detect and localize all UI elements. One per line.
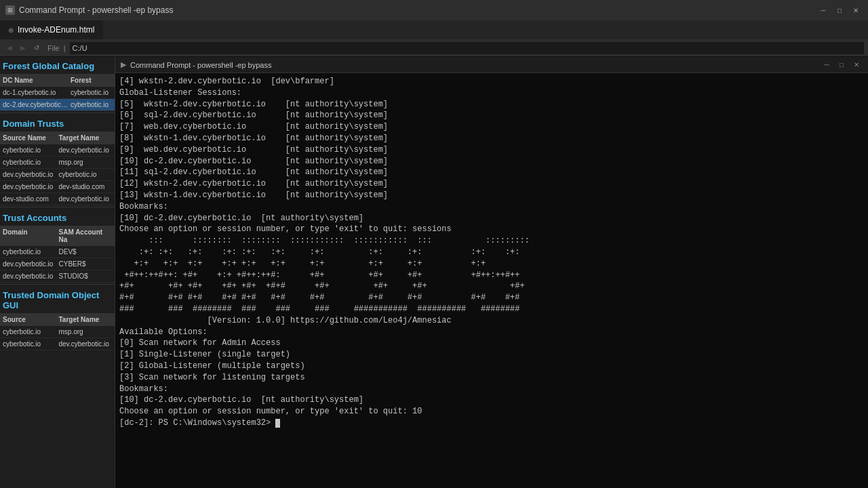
file-label: File — [47, 44, 60, 52]
terminal-line: Bookmarks: — [119, 201, 864, 213]
fgc-header: DC Name Forest — [0, 74, 115, 87]
fgc-dc-name: dc-1.cyberbotic.io — [1, 88, 69, 97]
forward-button[interactable]: ▶ — [18, 43, 28, 54]
terminal-line: ::: :::::::: :::::::: ::::::::::: ::::::… — [119, 235, 864, 247]
address-input[interactable] — [70, 42, 864, 54]
terminal-line: Bookmarks: — [119, 384, 864, 395]
dt-header-target: Target Name — [58, 134, 114, 142]
ta-sam: CYBER$ — [58, 260, 114, 268]
terminal-line: Global-Listener Sessions: — [119, 87, 864, 99]
tab-label: Invoke-ADEnum.html — [18, 25, 94, 35]
terminal-content[interactable]: [4] wkstn-2.dev.cyberbotic.io [dev\bfarm… — [115, 73, 868, 488]
fgc-header-forest: Forest — [69, 76, 113, 85]
terminal-line: [11] sql-2.dev.cyberbotic.io [nt authori… — [119, 167, 864, 178]
right-panel: ▶ Command Prompt - powershell -ep bypass… — [115, 57, 868, 488]
terminal-title-text: Command Prompt - powershell -ep bypass — [130, 61, 271, 69]
title-bar-title: Command Prompt - powershell -ep bypass — [19, 5, 173, 15]
dt-header: Source Name Target Name — [0, 131, 115, 144]
terminal-line: :+: :+: :+: :+: :+: :+: :+: :+: :+: :+: … — [119, 247, 864, 258]
terminal-line: [10] dc-2.dev.cyberbotic.io [nt authorit… — [119, 213, 864, 224]
table-row[interactable]: cyberbotic.io dev.cyberbotic.io — [0, 144, 115, 157]
terminal-line: +#++:++#++: +#+ +:+ +#++:++#: +#+ +#+ +#… — [119, 270, 864, 281]
terminal-line: [3] Scan network for listening targets — [119, 372, 864, 384]
terminal-line: [Version: 1.0.0] https://github.com/Leo4… — [119, 315, 864, 327]
terminal-close[interactable]: ✕ — [850, 60, 863, 70]
table-row[interactable]: cyberbotic.io DEV$ — [0, 246, 115, 258]
table-row[interactable]: dev.cyberbotic.io cyberbotic.io — [0, 169, 115, 181]
terminal-line: [13] wkstn-1.dev.cyberbotic.io [nt autho… — [119, 190, 864, 201]
table-row[interactable]: dev.cyberbotic.io STUDIO$ — [0, 270, 115, 283]
tdo-header-target: Target Name — [58, 315, 114, 324]
terminal-line: [6] sql-2.dev.cyberbotic.io [nt authorit… — [119, 110, 864, 121]
terminal-line: [0] Scan network for Admin Access — [119, 338, 864, 349]
ta-domain: dev.cyberbotic.io — [1, 272, 58, 281]
terminal-line: #+# #+# #+# #+# #+# #+# #+# #+# #+# #+# … — [119, 292, 864, 304]
minimize-button[interactable]: ─ — [816, 5, 830, 16]
dt-target: dev-studio.com — [58, 182, 114, 191]
ta-sam: STUDIO$ — [58, 272, 114, 281]
ta-domain: cyberbotic.io — [1, 247, 58, 256]
table-row[interactable]: cyberbotic.io msp.org — [0, 157, 115, 169]
left-panel: Forest Global Catalog DC Name Forest dc-… — [0, 57, 115, 488]
table-row[interactable]: dev.cyberbotic.io CYBER$ — [0, 258, 115, 270]
tab-invoke-adenum[interactable]: ⊕ Invoke-ADEnum.html — [0, 20, 103, 39]
terminal-line: [1] Single-Listener (single target) — [119, 349, 864, 361]
terminal-maximize[interactable]: □ — [835, 60, 848, 70]
dt-target: cyberbotic.io — [58, 170, 114, 179]
dt-target: dev.cyberbotic.io — [58, 195, 114, 203]
ta-header-sam: SAM Account Na — [58, 228, 114, 244]
terminal-line: Choose an option or session number, or t… — [119, 224, 864, 235]
table-row[interactable]: cyberbotic.io msp.org — [0, 326, 115, 338]
tab-icon: ⊕ — [8, 26, 14, 34]
ta-sam: DEV$ — [58, 247, 114, 256]
terminal-line: [5] wkstn-2.dev.cyberbotic.io [nt author… — [119, 99, 864, 110]
terminal-line: [9] web.dev.cyberbotic.io [nt authority\… — [119, 144, 864, 156]
table-row[interactable]: dev-studio.com dev.cyberbotic.io — [0, 193, 115, 205]
maximize-button[interactable]: □ — [833, 5, 846, 16]
fgc-forest: cyberbotic.io — [69, 88, 113, 97]
terminal-minimize[interactable]: ─ — [821, 60, 833, 70]
terminal-line: [2] Global-Listener (multiple targets) — [119, 361, 864, 372]
terminal-line: [8] wkstn-1.dev.cyberbotic.io [nt author… — [119, 133, 864, 144]
tdo-header-source: Source — [1, 315, 58, 324]
main-content: Forest Global Catalog DC Name Forest dc-… — [0, 57, 868, 488]
trusted-domain-object-title: Trusted Domain Object GUI — [0, 286, 115, 313]
tdo-source: cyberbotic.io — [1, 327, 58, 336]
title-bar-left: ⊞ Command Prompt - powershell -ep bypass — [5, 5, 173, 15]
tdo-header: Source Target Name — [0, 313, 115, 326]
tdo-target: dev.cyberbotic.io — [58, 340, 114, 348]
tab-bar: ⊕ Invoke-ADEnum.html — [0, 20, 868, 39]
dt-source: dev.cyberbotic.io — [1, 182, 58, 191]
fgc-header-dc: DC Name — [1, 76, 69, 85]
ta-header: Domain SAM Account Na — [0, 226, 115, 246]
domain-trusts-title: Domain Trusts — [0, 115, 115, 131]
dt-header-source: Source Name — [1, 134, 58, 142]
dt-target: dev.cyberbotic.io — [58, 146, 114, 155]
dt-source: cyberbotic.io — [1, 146, 58, 155]
terminal-prompt: [dc-2]: PS C:\Windows\system32> — [119, 418, 864, 429]
terminal-cursor — [275, 419, 280, 428]
terminal-line: [4] wkstn-2.dev.cyberbotic.io [dev\bfarm… — [119, 76, 864, 87]
terminal-line: Choose an option or session number, or t… — [119, 406, 864, 418]
refresh-button[interactable]: ↺ — [31, 43, 42, 54]
tdo-source: cyberbotic.io — [1, 340, 58, 348]
forest-global-catalog-title: Forest Global Catalog — [0, 57, 115, 74]
close-button[interactable]: ✕ — [849, 5, 863, 16]
table-row[interactable]: cyberbotic.io dev.cyberbotic.io — [0, 338, 115, 350]
trust-accounts-title: Trust Accounts — [0, 209, 115, 226]
back-button[interactable]: ◀ — [4, 43, 15, 54]
table-row[interactable]: dc-2.dev.cyberbotic.io cyberbotic.io — [0, 99, 115, 111]
terminal-line: +:+ +:+ +:+ +:+ +:+ +:+ +:+ +:+ +:+ +:+ — [119, 258, 864, 270]
dt-source: dev.cyberbotic.io — [1, 170, 58, 179]
address-bar: ◀ ▶ ↺ File | — [0, 39, 868, 57]
table-row[interactable]: dc-1.cyberbotic.io cyberbotic.io — [0, 87, 115, 99]
dt-source: dev-studio.com — [1, 195, 58, 203]
table-row[interactable]: dev.cyberbotic.io dev-studio.com — [0, 181, 115, 193]
terminal-line: Available Options: — [119, 327, 864, 338]
app-icon: ⊞ — [5, 5, 15, 15]
terminal-controls: ─ □ ✕ — [821, 60, 863, 70]
ta-domain: dev.cyberbotic.io — [1, 260, 58, 268]
terminal-icon: ▶ — [121, 60, 126, 69]
title-bar-controls: ─ □ ✕ — [816, 5, 863, 16]
terminal-line: [12] wkstn-2.dev.cyberbotic.io [nt autho… — [119, 178, 864, 190]
